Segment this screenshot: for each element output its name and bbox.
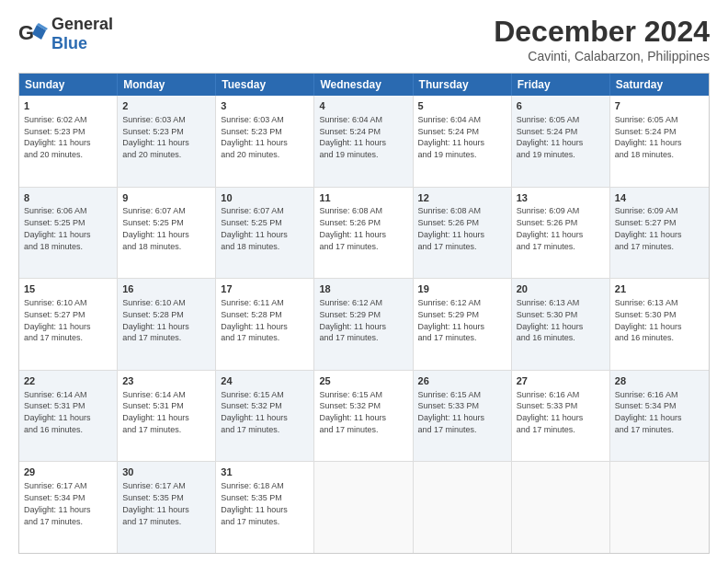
header-wednesday: Wednesday <box>314 74 413 96</box>
cell-dec-31: 31 Sunrise: 6:18 AMSunset: 5:35 PMDaylig… <box>216 462 314 553</box>
cell-dec-14: 14 Sunrise: 6:09 AMSunset: 5:27 PMDaylig… <box>610 188 709 279</box>
cell-dec-24: 24 Sunrise: 6:15 AMSunset: 5:32 PMDaylig… <box>216 371 314 462</box>
calendar-header: Sunday Monday Tuesday Wednesday Thursday… <box>19 74 709 96</box>
logo: G General Blue <box>18 15 113 53</box>
week-2: 8 Sunrise: 6:06 AMSunset: 5:25 PMDayligh… <box>19 187 709 279</box>
cell-empty-1 <box>314 462 413 553</box>
calendar-body: 1 Sunrise: 6:02 AMSunset: 5:23 PMDayligh… <box>19 96 709 553</box>
cell-dec-26: 26 Sunrise: 6:15 AMSunset: 5:33 PMDaylig… <box>414 371 512 462</box>
header-tuesday: Tuesday <box>216 74 314 96</box>
week-4: 22 Sunrise: 6:14 AMSunset: 5:31 PMDaylig… <box>19 370 709 462</box>
cell-dec-18: 18 Sunrise: 6:12 AMSunset: 5:29 PMDaylig… <box>314 279 413 370</box>
cell-dec-29: 29 Sunrise: 6:17 AMSunset: 5:34 PMDaylig… <box>19 462 118 553</box>
location-subtitle: Cavinti, Calabarzon, Philippines <box>494 49 710 63</box>
cell-dec-12: 12 Sunrise: 6:08 AMSunset: 5:26 PMDaylig… <box>414 188 512 279</box>
svg-text:G: G <box>18 21 34 44</box>
header-sunday: Sunday <box>19 74 118 96</box>
cell-dec-5: 5 Sunrise: 6:04 AMSunset: 5:24 PMDayligh… <box>414 96 512 187</box>
header: G General Blue December 2024 Cavinti, Ca… <box>18 15 710 63</box>
logo-general-text: General <box>51 15 113 33</box>
header-thursday: Thursday <box>414 74 512 96</box>
cell-dec-9: 9 Sunrise: 6:07 AMSunset: 5:25 PMDayligh… <box>118 188 216 279</box>
header-friday: Friday <box>512 74 610 96</box>
cell-dec-15: 15 Sunrise: 6:10 AMSunset: 5:27 PMDaylig… <box>19 279 118 370</box>
month-title: December 2024 <box>494 15 710 49</box>
cell-dec-11: 11 Sunrise: 6:08 AMSunset: 5:26 PMDaylig… <box>314 188 413 279</box>
cell-dec-16: 16 Sunrise: 6:10 AMSunset: 5:28 PMDaylig… <box>118 279 216 370</box>
title-block: December 2024 Cavinti, Calabarzon, Phili… <box>494 15 710 63</box>
header-saturday: Saturday <box>610 74 709 96</box>
cell-dec-27: 27 Sunrise: 6:16 AMSunset: 5:33 PMDaylig… <box>512 371 610 462</box>
week-1: 1 Sunrise: 6:02 AMSunset: 5:23 PMDayligh… <box>19 96 709 187</box>
cell-dec-7: 7 Sunrise: 6:05 AMSunset: 5:24 PMDayligh… <box>610 96 709 187</box>
cell-dec-3: 3 Sunrise: 6:03 AMSunset: 5:23 PMDayligh… <box>216 96 314 187</box>
cell-dec-21: 21 Sunrise: 6:13 AMSunset: 5:30 PMDaylig… <box>610 279 709 370</box>
cell-dec-13: 13 Sunrise: 6:09 AMSunset: 5:26 PMDaylig… <box>512 188 610 279</box>
cell-empty-2 <box>414 462 512 553</box>
calendar-page: G General Blue December 2024 Cavinti, Ca… <box>0 0 728 563</box>
cell-dec-23: 23 Sunrise: 6:14 AMSunset: 5:31 PMDaylig… <box>118 371 216 462</box>
cell-dec-1: 1 Sunrise: 6:02 AMSunset: 5:23 PMDayligh… <box>19 96 118 187</box>
week-5: 29 Sunrise: 6:17 AMSunset: 5:34 PMDaylig… <box>19 461 709 553</box>
calendar: Sunday Monday Tuesday Wednesday Thursday… <box>18 73 710 554</box>
header-monday: Monday <box>118 74 216 96</box>
cell-dec-28: 28 Sunrise: 6:16 AMSunset: 5:34 PMDaylig… <box>610 371 709 462</box>
cell-dec-22: 22 Sunrise: 6:14 AMSunset: 5:31 PMDaylig… <box>19 371 118 462</box>
cell-dec-8: 8 Sunrise: 6:06 AMSunset: 5:25 PMDayligh… <box>19 188 118 279</box>
cell-dec-4: 4 Sunrise: 6:04 AMSunset: 5:24 PMDayligh… <box>314 96 413 187</box>
cell-dec-10: 10 Sunrise: 6:07 AMSunset: 5:25 PMDaylig… <box>216 188 314 279</box>
cell-dec-17: 17 Sunrise: 6:11 AMSunset: 5:28 PMDaylig… <box>216 279 314 370</box>
cell-dec-20: 20 Sunrise: 6:13 AMSunset: 5:30 PMDaylig… <box>512 279 610 370</box>
week-3: 15 Sunrise: 6:10 AMSunset: 5:27 PMDaylig… <box>19 278 709 370</box>
cell-dec-6: 6 Sunrise: 6:05 AMSunset: 5:24 PMDayligh… <box>512 96 610 187</box>
cell-dec-25: 25 Sunrise: 6:15 AMSunset: 5:32 PMDaylig… <box>314 371 413 462</box>
cell-empty-3 <box>512 462 610 553</box>
logo-blue-text: Blue <box>51 34 87 52</box>
cell-dec-30: 30 Sunrise: 6:17 AMSunset: 5:35 PMDaylig… <box>118 462 216 553</box>
logo-icon: G <box>18 19 48 49</box>
cell-dec-2: 2 Sunrise: 6:03 AMSunset: 5:23 PMDayligh… <box>118 96 216 187</box>
cell-empty-4 <box>610 462 709 553</box>
cell-dec-19: 19 Sunrise: 6:12 AMSunset: 5:29 PMDaylig… <box>414 279 512 370</box>
